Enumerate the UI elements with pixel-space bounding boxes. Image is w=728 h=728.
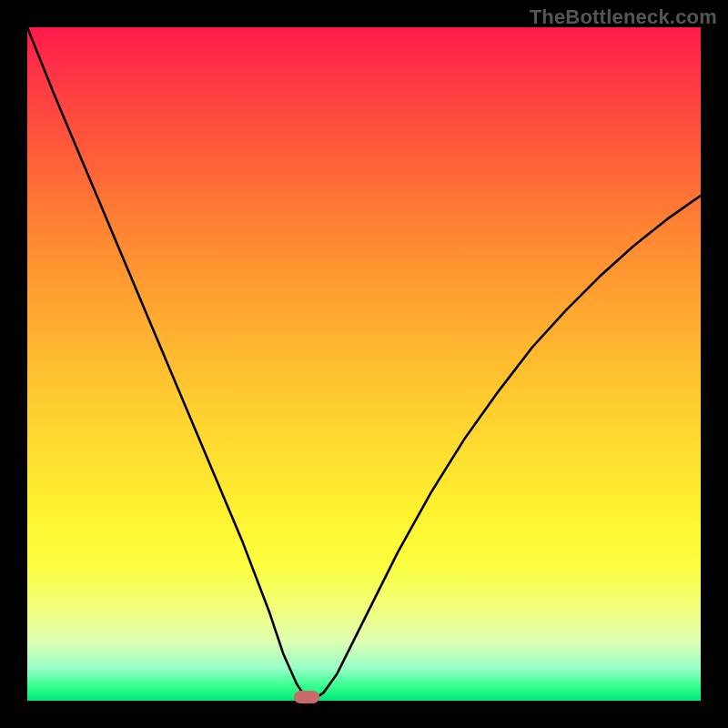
watermark-text: TheBottleneck.com bbox=[530, 5, 717, 29]
minimum-marker bbox=[294, 691, 319, 703]
curve-svg bbox=[27, 27, 701, 701]
chart-frame: TheBottleneck.com bbox=[0, 0, 728, 728]
bottleneck-curve bbox=[27, 27, 701, 697]
plot-area bbox=[27, 27, 701, 701]
